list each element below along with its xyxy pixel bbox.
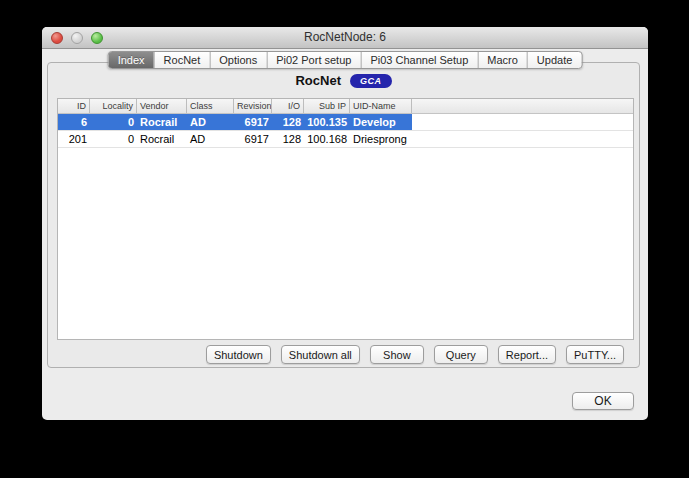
cell-locality: 0 (90, 131, 137, 147)
column-header-filler (412, 99, 633, 113)
node-table: ID Locality Vendor Class Revision I/O Su… (57, 98, 634, 340)
panel-heading: RocNet GCA (48, 73, 639, 88)
column-header-subip[interactable]: Sub IP (304, 99, 350, 113)
title-bar[interactable]: RocNetNode: 6 (42, 27, 648, 49)
close-icon[interactable] (51, 32, 63, 44)
cell-uidname: Driesprong (350, 131, 412, 147)
table-header-row: ID Locality Vendor Class Revision I/O Su… (58, 99, 633, 114)
traffic-lights (51, 32, 103, 44)
column-header-vendor[interactable]: Vendor (137, 99, 187, 113)
cell-subip: 100.135 (304, 114, 350, 130)
column-header-class[interactable]: Class (187, 99, 234, 113)
column-header-uidname[interactable]: UID-Name (350, 99, 412, 113)
table-row[interactable]: 201 0 Rocrail AD 6917 128 100.168 Driesp… (58, 131, 633, 148)
tab-index[interactable]: Index (109, 52, 155, 68)
tab-pi02-port-setup[interactable]: Pi02 Port setup (267, 52, 361, 68)
cell-id: 6 (58, 114, 90, 130)
putty-button[interactable]: PuTTY... (566, 345, 624, 364)
cell-uidname: Develop (350, 114, 412, 130)
tab-rocnet[interactable]: RocNet (155, 52, 211, 68)
column-header-id[interactable]: ID (58, 99, 90, 113)
cell-io: 128 (272, 114, 304, 130)
ok-button[interactable]: OK (572, 392, 634, 410)
rocnetnode-dialog: RocNetNode: 6 Index RocNet Options Pi02 … (42, 27, 648, 420)
query-button[interactable]: Query (434, 345, 488, 364)
tab-bar: Index RocNet Options Pi02 Port setup Pi0… (108, 51, 583, 69)
rocnet-title: RocNet (295, 73, 341, 88)
shutdown-all-button[interactable]: Shutdown all (281, 345, 360, 364)
cell-class: AD (187, 131, 234, 147)
minimize-icon[interactable] (71, 32, 83, 44)
index-tab-panel: RocNet GCA ID Locality Vendor Class Revi… (47, 62, 640, 368)
cell-revision: 6917 (234, 114, 272, 130)
column-header-revision[interactable]: Revision (234, 99, 272, 113)
window-title: RocNetNode: 6 (42, 27, 648, 48)
cell-class: AD (187, 114, 234, 130)
cell-vendor: Rocrail (137, 131, 187, 147)
table-row[interactable]: 6 0 Rocrail AD 6917 128 100.135 Develop (58, 114, 633, 131)
tab-pi03-channel-setup[interactable]: Pi03 Channel Setup (361, 52, 478, 68)
cell-subip: 100.168 (304, 131, 350, 147)
cell-vendor: Rocrail (137, 114, 187, 130)
screen-background: RocNetNode: 6 Index RocNet Options Pi02 … (0, 0, 689, 478)
cell-id: 201 (58, 131, 90, 147)
shutdown-button[interactable]: Shutdown (206, 345, 271, 364)
action-button-row: Shutdown Shutdown all Show Query Report.… (206, 345, 624, 364)
column-header-locality[interactable]: Locality (90, 99, 137, 113)
tab-options[interactable]: Options (210, 52, 267, 68)
tab-update[interactable]: Update (528, 52, 581, 68)
report-button[interactable]: Report... (498, 345, 556, 364)
show-button[interactable]: Show (370, 345, 424, 364)
tab-macro[interactable]: Macro (478, 52, 528, 68)
cell-io: 128 (272, 131, 304, 147)
column-header-io[interactable]: I/O (272, 99, 304, 113)
cell-locality: 0 (90, 114, 137, 130)
cell-revision: 6917 (234, 131, 272, 147)
zoom-icon[interactable] (91, 32, 103, 44)
gca-badge: GCA (350, 74, 392, 88)
